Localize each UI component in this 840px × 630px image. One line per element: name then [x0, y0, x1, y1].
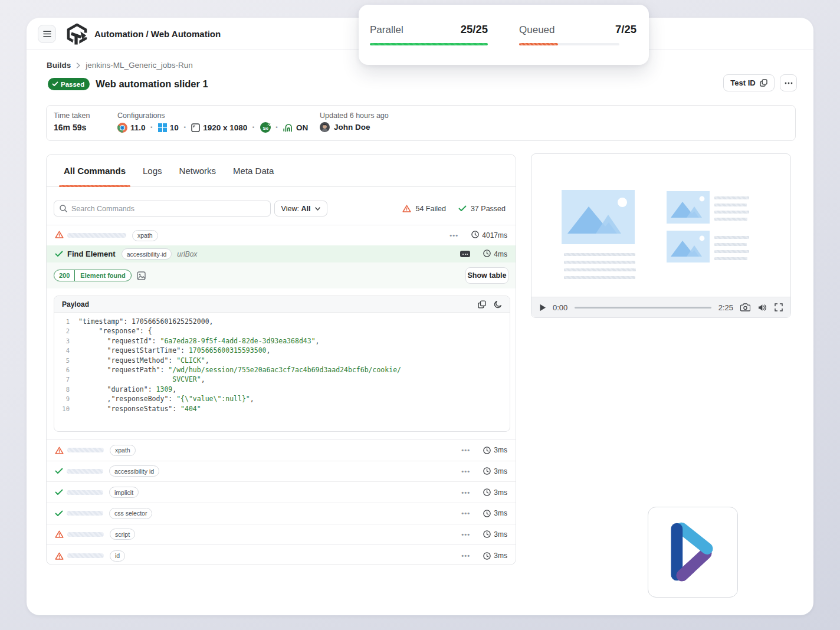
- header-actions: Test ID: [723, 74, 797, 91]
- command-name-skeleton: [67, 448, 104, 452]
- search-commands-box: [54, 201, 271, 216]
- volume-icon[interactable]: [758, 304, 767, 311]
- current-time: 0:00: [553, 303, 567, 312]
- command-row[interactable]: id•••3ms: [47, 545, 516, 566]
- test-title-row: Passed Web automation slider 1: [48, 78, 208, 90]
- locator-badge: script: [110, 529, 135, 540]
- queued-progress-track: [519, 43, 619, 45]
- command-name-skeleton: [67, 469, 103, 474]
- skeleton-line: [564, 268, 636, 271]
- browser-icon: [117, 123, 127, 133]
- payload-panel: Payload 1"timestamp": 170566560162525200…: [54, 296, 510, 432]
- locator-badge: xpath: [132, 230, 158, 241]
- parallel-label: Parallel: [370, 24, 403, 36]
- warning-icon: [402, 205, 411, 212]
- command-row[interactable]: implicit•••3ms: [47, 482, 516, 503]
- command-result-row: 200 Element found Show table: [47, 262, 516, 288]
- duration-value: 4ms: [494, 250, 507, 258]
- command-arg: urlBox: [177, 250, 197, 258]
- payload-code-line: 6 "requestPath": "/wd/hub/session/755e20…: [54, 365, 510, 375]
- chevron-right-icon: [76, 63, 80, 68]
- duration-value: 3ms: [494, 530, 507, 539]
- clock-icon: [483, 467, 491, 475]
- view-value: All: [301, 205, 310, 213]
- search-commands-input[interactable]: [71, 205, 265, 213]
- queued-value: 7/25: [615, 23, 636, 36]
- network-state: ON: [296, 123, 308, 132]
- page-background: Automation / Web Automation Builds jenki…: [0, 0, 840, 630]
- tab-bar: All Commands Logs Networks Meta Data: [47, 155, 516, 187]
- locator-badge: id: [110, 550, 125, 562]
- command-name: Find Element: [67, 250, 116, 258]
- check-icon: [55, 510, 63, 517]
- skeleton-line: [564, 276, 635, 279]
- view-filter-dropdown[interactable]: View: All: [274, 201, 327, 216]
- command-row[interactable]: accessibility id•••3ms: [47, 461, 516, 483]
- payload-code-line: 7 SVCVER",: [54, 375, 510, 384]
- view-label: View:: [281, 205, 299, 213]
- camera-icon[interactable]: [740, 303, 750, 311]
- video-progress-bar[interactable]: [575, 307, 711, 309]
- breadcrumb-builds-link[interactable]: Builds: [47, 61, 71, 70]
- skeleton-line: [714, 243, 747, 246]
- skeleton-line: [714, 257, 747, 260]
- warning-icon: [55, 230, 64, 241]
- app-window: Automation / Web Automation Builds jenki…: [27, 18, 813, 615]
- tab-meta-data[interactable]: Meta Data: [233, 155, 274, 186]
- tab-networks[interactable]: Networks: [179, 155, 216, 186]
- payload-code-line: 9 ,"responseBody": "{\"value\":null}",: [54, 394, 510, 403]
- payload-code-line: 3 "requestId": "6a7eda28-9f5f-4add-82de-…: [54, 336, 510, 346]
- locator-badge: accessibility-id: [122, 248, 172, 260]
- video-thumbnail-small: [667, 231, 710, 262]
- test-id-label: Test ID: [730, 78, 755, 87]
- dot-separator: ·: [150, 122, 153, 133]
- more-options-button[interactable]: [780, 74, 797, 91]
- ellipsis-icon: [785, 82, 793, 84]
- warning-icon: [55, 447, 64, 454]
- tab-logs[interactable]: Logs: [143, 155, 162, 186]
- command-row[interactable]: xpath•••3ms: [47, 440, 516, 461]
- menu-button[interactable]: [38, 25, 56, 43]
- dot-separator: ·: [183, 122, 186, 133]
- test-id-button[interactable]: Test ID: [723, 74, 775, 91]
- os-version: 10: [170, 123, 179, 132]
- windows-icon: [158, 123, 167, 132]
- dark-mode-icon[interactable]: [494, 300, 502, 309]
- command-rows-list: xpath•••3msaccessibility id•••3msimplici…: [47, 439, 516, 565]
- total-time: 2:25: [718, 303, 733, 312]
- command-name-skeleton: [67, 233, 126, 238]
- payload-code-line: 4 "requestStartTime": 170566560031559350…: [54, 346, 510, 355]
- response-text: Element found: [75, 272, 130, 279]
- check-icon: [55, 251, 63, 257]
- video-controls: 0:00 2:25: [531, 297, 790, 317]
- updated-block: Updated 6 hours ago John Doe: [320, 111, 389, 132]
- page-title: Automation / Web Automation: [94, 29, 221, 39]
- clock-icon: [483, 530, 491, 538]
- check-icon: [55, 489, 63, 496]
- check-icon: [52, 81, 58, 87]
- command-row[interactable]: xpath ••• 4017ms: [47, 225, 516, 245]
- payload-title: Payload: [62, 300, 89, 309]
- play-icon[interactable]: [539, 304, 546, 311]
- duration-value: 4017ms: [482, 231, 507, 239]
- fullscreen-icon[interactable]: [775, 303, 783, 311]
- command-name-skeleton: [67, 511, 103, 516]
- parallel-progress-track: [370, 43, 488, 45]
- skeleton-line: [714, 196, 749, 199]
- show-table-button[interactable]: Show table: [465, 267, 508, 284]
- video-player: 0:00 2:25: [531, 153, 791, 318]
- clock-icon: [483, 250, 491, 259]
- tab-all-commands[interactable]: All Commands: [64, 155, 126, 186]
- command-row-selected[interactable]: Find Element accessibility-id urlBox 4ms: [47, 245, 516, 262]
- command-row[interactable]: script•••3ms: [47, 524, 516, 546]
- resolution-value: 1920 x 1080: [203, 123, 247, 132]
- command-name-skeleton: [67, 532, 104, 537]
- copy-icon[interactable]: [478, 300, 486, 309]
- screenshot-icon[interactable]: [137, 271, 146, 280]
- payload-code-line: 8 "duration": 1309,: [54, 385, 510, 394]
- updated-label: Updated 6 hours ago: [320, 111, 389, 120]
- duration-value: 3ms: [494, 488, 507, 497]
- command-row[interactable]: css selector•••3ms: [47, 503, 516, 524]
- console-log-badge[interactable]: [460, 251, 470, 257]
- payload-code-line: 1"timestamp": 1705665601625252000,: [54, 317, 510, 326]
